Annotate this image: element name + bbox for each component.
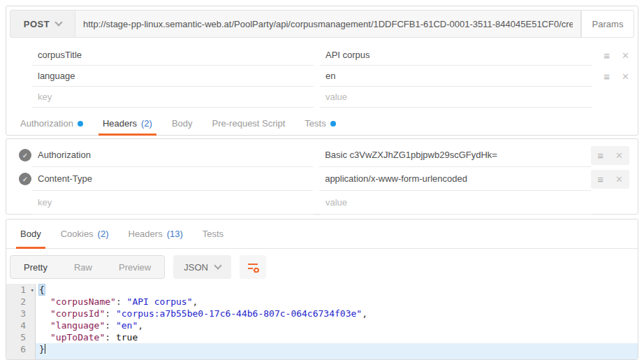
chevron-down-icon: [214, 261, 221, 269]
format-label: JSON: [184, 262, 208, 273]
enabled-checkbox[interactable]: ✓: [19, 173, 31, 185]
code-line: 4 "language": "en",: [6, 319, 638, 331]
line-number: 2: [6, 296, 36, 308]
format-select[interactable]: JSON: [173, 255, 231, 279]
close-icon[interactable]: ✕: [615, 175, 623, 184]
close-icon[interactable]: ✕: [622, 51, 629, 60]
param-row-empty: [6, 87, 638, 108]
header-key-input[interactable]: [32, 150, 313, 160]
tab-pre-request-script[interactable]: Pre-request Script: [208, 112, 290, 135]
response-tab-tests[interactable]: Tests: [198, 219, 228, 248]
cookies-count: (2): [98, 229, 109, 239]
param-row: ≡ ✕: [6, 45, 638, 66]
params-button-label: Params: [592, 19, 624, 29]
enabled-checkbox[interactable]: ✓: [19, 149, 31, 161]
code-line: 3 "corpusId": "corpus:a7b55be0-17c6-44b6…: [6, 308, 638, 319]
header-value-input[interactable]: [319, 150, 591, 160]
drag-handle-icon[interactable]: ≡: [603, 71, 610, 82]
fold-arrow-icon[interactable]: ▾: [31, 285, 34, 296]
param-key-input[interactable]: [32, 71, 314, 81]
view-mode-group: Pretty Raw Preview: [10, 255, 165, 279]
response-body-editor[interactable]: 1▾ { 2 "corpusName": "API corpus", 3 "co…: [6, 284, 638, 360]
header-value-input[interactable]: [320, 197, 592, 208]
close-icon[interactable]: ✕: [622, 72, 629, 81]
line-number: 1▾: [6, 284, 36, 296]
response-view-toolbar: Pretty Raw Preview JSON: [10, 254, 638, 280]
header-row-empty: [6, 191, 638, 215]
url-input[interactable]: [75, 19, 580, 29]
response-tab-headers[interactable]: Headers (13): [124, 219, 187, 248]
header-key-input[interactable]: [32, 197, 314, 208]
response-headers-count: (13): [167, 229, 183, 239]
check-icon: ✓: [22, 152, 28, 159]
line-number: 4: [6, 319, 36, 331]
header-row: ✓ ≡ ✕: [6, 167, 638, 191]
response-tab-cookies[interactable]: Cookies (2): [57, 219, 113, 248]
url-bar: POST Params: [10, 10, 634, 38]
headers-editor-panel: ✓ ≡ ✕ ✓: [6, 138, 638, 215]
tab-tests[interactable]: Tests: [300, 112, 339, 135]
pretty-button[interactable]: Pretty: [10, 256, 61, 278]
param-key-input[interactable]: [32, 50, 314, 60]
check-icon: ✓: [22, 175, 28, 183]
line-number: 5: [6, 331, 36, 343]
method-select[interactable]: POST: [10, 10, 75, 38]
close-icon[interactable]: ✕: [615, 151, 623, 160]
params-editor: ≡ ✕ ≡ ✕: [6, 45, 638, 108]
code-line-active: 6 }: [6, 343, 638, 360]
headers-count: (2): [141, 118, 152, 129]
chevron-down-icon: [55, 18, 63, 26]
param-value-input[interactable]: [320, 92, 592, 102]
method-label: POST: [24, 19, 50, 29]
code-line: 5 "upToDate": true: [6, 331, 638, 343]
param-value-input[interactable]: [320, 71, 592, 81]
line-number: 6: [6, 343, 36, 359]
wrap-text-icon: [247, 261, 259, 273]
header-row: ✓ ≡ ✕: [6, 143, 638, 167]
wrap-lines-button[interactable]: [240, 255, 266, 279]
preview-button[interactable]: Preview: [105, 256, 164, 278]
unsaved-dot-icon: [330, 121, 336, 127]
line-number: 3: [6, 308, 36, 319]
param-key-input[interactable]: [32, 92, 314, 102]
request-builder-panel: POST Params ≡ ✕: [6, 6, 638, 136]
response-tabs: Body Cookies (2) Headers (13) Tests: [6, 219, 638, 249]
response-panel: Body Cookies (2) Headers (13) Tests Pret…: [6, 219, 638, 360]
raw-button[interactable]: Raw: [61, 256, 105, 278]
tab-body[interactable]: Body: [168, 112, 197, 135]
drag-handle-icon[interactable]: ≡: [597, 150, 603, 161]
tab-headers[interactable]: Headers (2): [98, 112, 156, 135]
response-tab-body[interactable]: Body: [16, 219, 45, 248]
code-line: 2 "corpusName": "API corpus",: [6, 296, 638, 308]
headers-editor: ✓ ≡ ✕ ✓: [6, 143, 638, 215]
param-value-input[interactable]: [320, 50, 592, 60]
drag-handle-icon[interactable]: ≡: [597, 174, 603, 185]
params-button[interactable]: Params: [581, 10, 634, 38]
code-line: 1▾ {: [6, 284, 638, 296]
header-value-input[interactable]: [319, 173, 591, 184]
drag-handle-icon[interactable]: ≡: [603, 50, 610, 61]
unsaved-dot-icon: [78, 121, 83, 127]
param-row: ≡ ✕: [6, 66, 638, 87]
tab-authorization[interactable]: Authorization: [16, 112, 87, 135]
url-field-wrap: [75, 10, 581, 38]
header-key-input[interactable]: [32, 173, 313, 184]
request-tabs: Authorization Headers (2) Body Pre-reque…: [6, 112, 638, 135]
text-cursor: [45, 344, 45, 354]
